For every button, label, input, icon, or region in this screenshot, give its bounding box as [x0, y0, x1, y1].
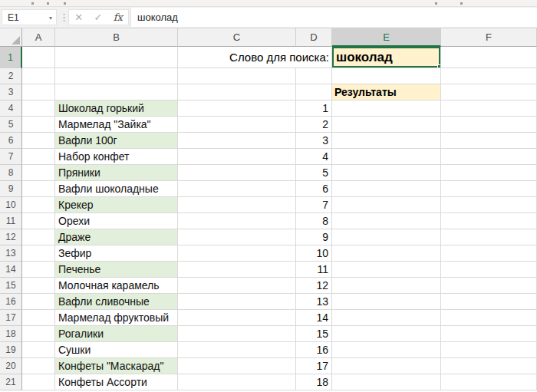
cell-E17[interactable] [332, 310, 441, 326]
row-header-15[interactable]: 15 [0, 278, 22, 294]
row-header-17[interactable]: 17 [0, 310, 22, 326]
cell-A9[interactable] [22, 181, 55, 197]
cell-F16[interactable] [441, 294, 537, 310]
cell-A5[interactable] [22, 117, 55, 133]
cell-D10[interactable]: 7 [296, 197, 332, 213]
row-header-5[interactable]: 5 [0, 117, 22, 133]
cell-E13[interactable] [332, 245, 441, 262]
cell-D6[interactable]: 3 [296, 133, 332, 149]
cell-D13[interactable]: 10 [296, 245, 332, 262]
row-header-3[interactable]: 3 [0, 84, 22, 100]
row-header-14[interactable]: 14 [0, 262, 22, 278]
cell-F4[interactable] [441, 100, 537, 117]
cell-B18[interactable]: Рогалики [55, 326, 178, 342]
cell-F12[interactable] [441, 229, 537, 245]
select-all-corner[interactable] [0, 28, 22, 47]
cell-A12[interactable] [22, 229, 55, 245]
cell-C14[interactable] [178, 262, 296, 278]
cell-D21[interactable]: 18 [296, 374, 332, 390]
cell-D9[interactable]: 6 [296, 181, 332, 197]
cell-F2[interactable] [441, 68, 537, 84]
formula-bar-resize-handle[interactable]: ⋮ [59, 10, 65, 25]
cell-A17[interactable] [22, 310, 55, 326]
column-header-F[interactable]: F [441, 28, 537, 47]
cell-B1[interactable] [55, 47, 178, 68]
cell-C10[interactable] [178, 197, 296, 213]
cell-A16[interactable] [22, 294, 55, 310]
cell-C7[interactable] [178, 149, 296, 165]
column-header-B[interactable]: B [55, 28, 178, 47]
cell-E19[interactable] [332, 342, 441, 358]
cell-F1[interactable] [441, 47, 537, 68]
row-header-21[interactable]: 21 [0, 374, 22, 390]
cell-D7[interactable]: 4 [296, 149, 332, 165]
cell-C21[interactable] [178, 374, 296, 390]
cell-E20[interactable] [332, 358, 441, 374]
cell-C13[interactable] [178, 245, 296, 262]
cell-A14[interactable] [22, 262, 55, 278]
cell-A15[interactable] [22, 278, 55, 294]
cell-E14[interactable] [332, 262, 441, 278]
cell-B7[interactable]: Набор конфет [55, 149, 178, 165]
cell-D4[interactable]: 1 [296, 100, 332, 117]
cell-D20[interactable]: 17 [296, 358, 332, 374]
cell-E9[interactable] [332, 181, 441, 197]
cell-E12[interactable] [332, 229, 441, 245]
cell-A13[interactable] [22, 245, 55, 262]
fill-handle[interactable] [437, 64, 441, 68]
cell-A6[interactable] [22, 133, 55, 149]
cell-D19[interactable]: 16 [296, 342, 332, 358]
cell-E11[interactable] [332, 213, 441, 229]
row-header-18[interactable]: 18 [0, 326, 22, 342]
row-header-19[interactable]: 19 [0, 342, 22, 358]
cell-B9[interactable]: Вафли шоколадные [55, 181, 178, 197]
cell-E2[interactable] [332, 68, 441, 84]
cell-A4[interactable] [22, 100, 55, 117]
cell-E8[interactable] [332, 165, 441, 181]
cell-A2[interactable] [22, 68, 55, 84]
cell-D16[interactable]: 13 [296, 294, 332, 310]
cell-A18[interactable] [22, 326, 55, 342]
cell-D2[interactable] [296, 68, 332, 84]
cell-B14[interactable]: Печенье [55, 262, 178, 278]
cell-F13[interactable] [441, 245, 537, 262]
cell-C4[interactable] [178, 100, 296, 117]
row-header-9[interactable]: 9 [0, 181, 22, 197]
cell-D14[interactable]: 11 [296, 262, 332, 278]
cell-C20[interactable] [178, 358, 296, 374]
cell-C8[interactable] [178, 165, 296, 181]
cell-A3[interactable] [22, 84, 55, 100]
cell-F8[interactable] [441, 165, 537, 181]
formula-input[interactable]: шоколад [130, 8, 537, 27]
cell-E5[interactable] [332, 117, 441, 133]
row-header-4[interactable]: 4 [0, 100, 22, 117]
cell-F6[interactable] [441, 133, 537, 149]
cell-F10[interactable] [441, 197, 537, 213]
cell-B19[interactable]: Сушки [55, 342, 178, 358]
cell-E4[interactable] [332, 100, 441, 117]
cell-B15[interactable]: Молочная карамель [55, 278, 178, 294]
cell-B20[interactable]: Конфеты "Маскарад" [55, 358, 178, 374]
cell-D12[interactable]: 9 [296, 229, 332, 245]
cell-A21[interactable] [22, 374, 55, 390]
cell-C3[interactable] [178, 84, 296, 100]
cell-D8[interactable]: 5 [296, 165, 332, 181]
cell-B6[interactable]: Вафли 100г [55, 133, 178, 149]
cell-E21[interactable] [332, 374, 441, 390]
cell-F3[interactable] [441, 84, 537, 100]
row-header-12[interactable]: 12 [0, 229, 22, 245]
cell-C2[interactable] [178, 68, 296, 84]
cell-E10[interactable] [332, 197, 441, 213]
name-box[interactable]: E1 ▾ [2, 9, 57, 25]
row-header-16[interactable]: 16 [0, 294, 22, 310]
cell-E3[interactable]: Результаты [332, 84, 441, 100]
row-header-8[interactable]: 8 [0, 165, 22, 181]
cell-B4[interactable]: Шоколад горький [55, 100, 178, 117]
cell-D5[interactable]: 2 [296, 117, 332, 133]
cell-E15[interactable] [332, 278, 441, 294]
cell-B2[interactable] [55, 68, 178, 84]
row-header-11[interactable]: 11 [0, 213, 22, 229]
cell-D17[interactable]: 14 [296, 310, 332, 326]
cell-F20[interactable] [441, 358, 537, 374]
cell-A8[interactable] [22, 165, 55, 181]
